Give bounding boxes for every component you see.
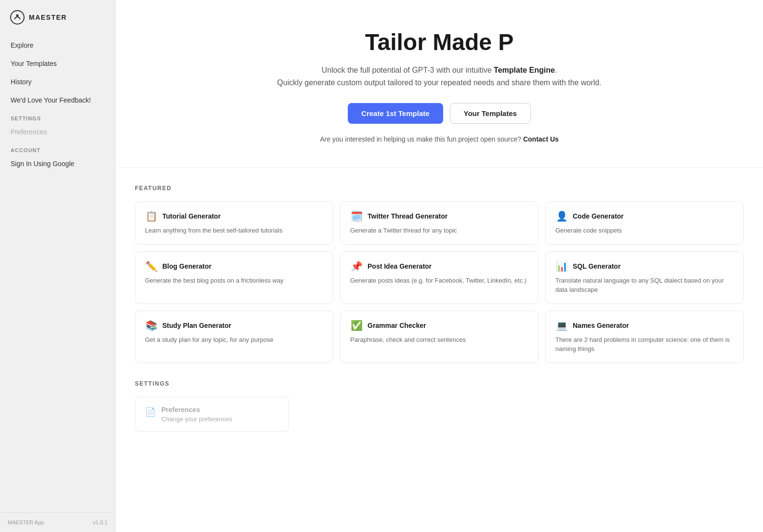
study-plan-title: Study Plan Generator bbox=[162, 322, 231, 329]
code-generator-icon: 👤 bbox=[555, 210, 568, 222]
code-generator-desc: Generate code snippets bbox=[555, 226, 734, 235]
footer-app-name: MAESTER App bbox=[8, 519, 44, 525]
sidebar-footer: MAESTER App v1.0.1 bbox=[0, 512, 115, 532]
sidebar-nav: Explore Your Templates History We'd Love… bbox=[0, 37, 115, 512]
featured-section-label: FEATURED bbox=[135, 185, 744, 192]
card-study-plan-generator[interactable]: 📚 Study Plan Generator Get a study plan … bbox=[135, 311, 333, 363]
card-names-generator[interactable]: 💻 Names Generator There are 2 hard probl… bbox=[545, 311, 744, 363]
settings-section-label: SETTINGS bbox=[4, 110, 111, 123]
account-section-label: ACCOUNT bbox=[4, 142, 111, 155]
card-code-generator[interactable]: 👤 Code Generator Generate code snippets bbox=[545, 201, 744, 245]
twitter-thread-title: Twitter Thread Generator bbox=[368, 212, 447, 220]
post-idea-icon: 📌 bbox=[350, 260, 363, 272]
your-templates-button[interactable]: Your Templates bbox=[450, 103, 531, 124]
settings-section: SETTINGS 📄 Preferences Change your prefe… bbox=[116, 380, 763, 449]
logo: MAESTER bbox=[0, 0, 115, 37]
create-template-button[interactable]: Create 1st Template bbox=[348, 103, 443, 124]
hero-subtitle-line2: Quickly generate custom output tailored … bbox=[277, 78, 601, 87]
sidebar-item-your-templates[interactable]: Your Templates bbox=[4, 55, 111, 72]
sidebar-item-feedback[interactable]: We'd Love Your Feedback! bbox=[4, 91, 111, 109]
tutorial-generator-title: Tutorial Generator bbox=[162, 212, 221, 220]
blog-generator-title: Blog Generator bbox=[162, 262, 211, 270]
footer-version: v1.0.1 bbox=[93, 519, 107, 525]
sql-generator-icon: 📊 bbox=[555, 260, 568, 272]
main-content: Tailor Made P Unlock the full potential … bbox=[116, 0, 763, 532]
card-twitter-thread-generator[interactable]: 🗓️ Twitter Thread Generator Generate a T… bbox=[340, 201, 539, 245]
twitter-thread-desc: Generate a Twitter thread for any topic bbox=[350, 226, 528, 235]
preferences-icon: 📄 bbox=[145, 407, 156, 417]
sidebar: MAESTER Explore Your Templates History W… bbox=[0, 0, 116, 532]
featured-cards-grid: 📋 Tutorial Generator Learn anything from… bbox=[135, 201, 744, 363]
hero-subtitle-end: . bbox=[555, 66, 557, 74]
hero-subtitle-bold: Template Engine bbox=[494, 66, 555, 74]
sidebar-item-history[interactable]: History bbox=[4, 73, 111, 91]
featured-section: FEATURED 📋 Tutorial Generator Learn anyt… bbox=[116, 168, 763, 380]
hero-buttons: Create 1st Template Your Templates bbox=[135, 103, 744, 124]
card-sql-generator[interactable]: 📊 SQL Generator Translate natural langua… bbox=[545, 251, 744, 304]
blog-generator-icon: ✏️ bbox=[145, 260, 158, 272]
tutorial-generator-desc: Learn anything from the best self-tailor… bbox=[145, 226, 323, 235]
sql-generator-desc: Translate natural language to any SQL di… bbox=[555, 276, 734, 295]
study-plan-desc: Get a study plan for any topic, for any … bbox=[145, 335, 323, 345]
hero-title: Tailor Made P bbox=[135, 29, 744, 55]
preferences-desc: Change your preferences bbox=[161, 415, 232, 423]
card-tutorial-generator[interactable]: 📋 Tutorial Generator Learn anything from… bbox=[135, 201, 333, 245]
contact-us-link[interactable]: Contact Us bbox=[523, 135, 559, 143]
names-generator-title: Names Generator bbox=[573, 322, 629, 329]
blog-generator-desc: Generate the best blog posts on a fricti… bbox=[145, 276, 323, 285]
hero-subtitle: Unlock the full potential of GPT-3 with … bbox=[135, 64, 744, 89]
maester-logo-icon bbox=[10, 10, 25, 25]
code-generator-title: Code Generator bbox=[573, 212, 624, 220]
study-plan-icon: 📚 bbox=[145, 320, 158, 331]
sidebar-item-preferences: Preferences bbox=[4, 123, 111, 141]
post-idea-desc: Generate posts ideas (e.g. for Facebook,… bbox=[350, 276, 528, 285]
card-post-idea-generator[interactable]: 📌 Post Idea Generator Generate posts ide… bbox=[340, 251, 539, 304]
hero-section: Tailor Made P Unlock the full potential … bbox=[116, 0, 763, 168]
sidebar-item-explore[interactable]: Explore bbox=[4, 37, 111, 54]
hero-subtitle-plain: Unlock the full potential of GPT-3 with … bbox=[322, 66, 494, 74]
grammar-checker-icon: ✅ bbox=[350, 320, 363, 331]
grammar-checker-title: Grammar Checker bbox=[368, 322, 426, 329]
sql-generator-title: SQL Generator bbox=[573, 262, 620, 270]
svg-point-1 bbox=[16, 14, 19, 17]
logo-text: MAESTER bbox=[29, 13, 67, 21]
twitter-thread-icon: 🗓️ bbox=[350, 210, 363, 222]
settings-section-label: SETTINGS bbox=[135, 380, 744, 387]
preferences-title: Preferences bbox=[161, 406, 232, 414]
post-idea-title: Post Idea Generator bbox=[368, 262, 432, 270]
card-blog-generator[interactable]: ✏️ Blog Generator Generate the best blog… bbox=[135, 251, 333, 304]
tutorial-generator-icon: 📋 bbox=[145, 210, 158, 222]
preferences-card[interactable]: 📄 Preferences Change your preferences bbox=[135, 397, 289, 432]
grammar-checker-desc: Paraphrase, check and correct sentences bbox=[350, 335, 528, 345]
sidebar-item-sign-in[interactable]: Sign In Using Google bbox=[4, 155, 111, 172]
hero-opensource-text: Are you interested in helping us make th… bbox=[135, 135, 744, 143]
names-generator-desc: There are 2 hard problems in computer sc… bbox=[555, 335, 734, 354]
card-grammar-checker[interactable]: ✅ Grammar Checker Paraphrase, check and … bbox=[340, 311, 539, 363]
names-generator-icon: 💻 bbox=[555, 320, 568, 331]
